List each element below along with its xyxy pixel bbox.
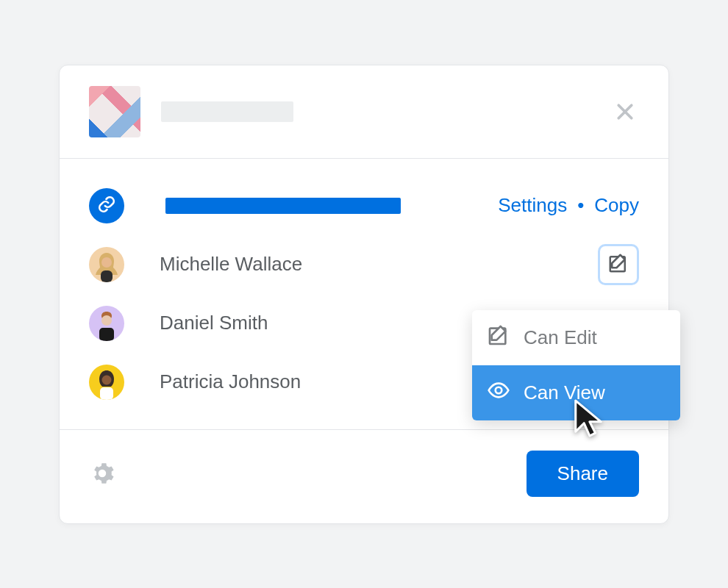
link-settings[interactable]: Settings xyxy=(498,194,567,217)
file-title-placeholder xyxy=(161,101,293,122)
file-thumbnail xyxy=(89,86,140,137)
person-name: Michelle Wallace xyxy=(160,253,302,276)
modal-footer: Share xyxy=(60,429,668,523)
settings-button[interactable] xyxy=(89,460,115,487)
close-button[interactable] xyxy=(611,98,639,126)
close-icon xyxy=(614,101,636,123)
avatar xyxy=(89,365,124,400)
share-link-placeholder xyxy=(165,198,401,214)
person-name: Patricia Johnson xyxy=(160,370,301,393)
permission-button[interactable] xyxy=(598,244,639,285)
modal-header xyxy=(60,65,668,159)
svg-point-5 xyxy=(101,315,112,326)
link-badge xyxy=(89,188,124,223)
link-actions: Settings • Copy xyxy=(498,194,639,217)
link-icon xyxy=(97,195,116,217)
svg-rect-3 xyxy=(101,270,113,282)
share-link-row: Settings • Copy xyxy=(89,176,639,235)
svg-point-2 xyxy=(101,257,112,268)
avatar xyxy=(89,306,124,341)
svg-point-11 xyxy=(496,387,502,393)
separator-dot: • xyxy=(577,194,584,217)
svg-point-7 xyxy=(102,375,112,384)
share-modal: Settings • Copy Michelle Wallace xyxy=(59,65,669,524)
cursor-icon xyxy=(571,398,605,440)
avatar xyxy=(89,247,124,282)
gear-icon xyxy=(89,460,115,487)
svg-rect-8 xyxy=(100,387,113,400)
link-copy[interactable]: Copy xyxy=(594,194,639,217)
edit-icon xyxy=(607,252,629,277)
share-button[interactable]: Share xyxy=(527,451,639,497)
edit-icon xyxy=(487,323,510,352)
svg-rect-6 xyxy=(99,328,114,341)
view-icon xyxy=(487,379,510,407)
person-row: Michelle Wallace xyxy=(89,235,639,294)
person-name: Daniel Smith xyxy=(160,312,268,334)
dropdown-item-label: Can Edit xyxy=(524,326,597,349)
dropdown-item-can-edit[interactable]: Can Edit xyxy=(472,310,680,365)
